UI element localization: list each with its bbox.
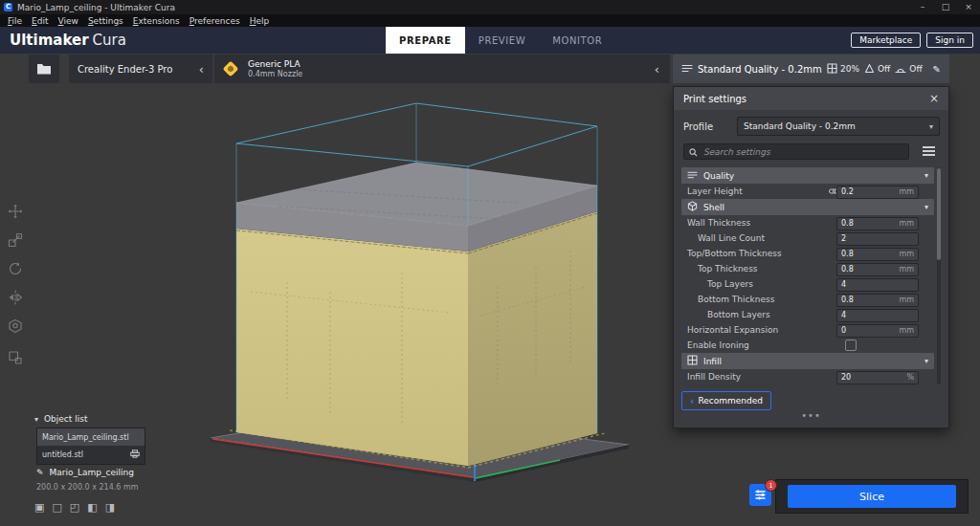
object-list-toggle[interactable]: ▾ Object list — [34, 414, 87, 424]
print-settings-panel: Print settings × Profile Standard Qualit… — [673, 86, 949, 428]
setting-value-field[interactable]: 0mm — [836, 324, 919, 338]
view-left-icon[interactable]: ◧ — [87, 501, 97, 514]
setting-value-field[interactable]: 0.8mm — [836, 263, 919, 276]
sliders-notification-button[interactable]: 1 — [749, 484, 771, 506]
view-top-icon[interactable]: ◰ — [70, 501, 79, 514]
adhesion-summary: Off — [909, 64, 922, 74]
setting-value-field[interactable]: 0.8mm — [836, 248, 919, 261]
window-title: Mario_Lamp_ceiling - Ultimaker Cura — [17, 3, 175, 12]
setting-row: Top Thickness 0.8mm — [681, 261, 934, 276]
folder-icon — [36, 60, 52, 78]
menu-extensions[interactable]: Extensions — [128, 16, 185, 26]
setting-row: Infill Density 20% — [681, 369, 934, 384]
quality-icon — [687, 170, 698, 182]
setting-row: Top/Bottom Thickness 0.8mm — [681, 246, 934, 261]
scale-tool-icon[interactable] — [5, 230, 26, 251]
mirror-tool-icon[interactable] — [5, 287, 26, 308]
infill-summary: 20% — [840, 64, 859, 74]
signin-button[interactable]: Sign in — [926, 33, 973, 48]
close-icon[interactable]: × — [929, 92, 939, 105]
chevron-left-icon: ‹ — [655, 63, 659, 76]
profile-summary: Standard Quality - 0.2mm — [698, 64, 822, 75]
object-list: Mario_Lamp_ceiling.stl untitled.stl — [36, 427, 145, 465]
minimize-icon[interactable]: – — [911, 0, 934, 14]
shell-icon — [687, 201, 698, 213]
setting-value-field[interactable]: 0.8mm — [836, 294, 919, 307]
view-right-icon[interactable]: ◨ — [105, 501, 115, 514]
setting-value-field[interactable]: 4 — [836, 309, 919, 322]
chevron-left-icon: ‹ — [690, 396, 694, 406]
resize-handle-dots[interactable]: ••• — [674, 410, 948, 421]
quality-layers-icon — [681, 63, 693, 76]
app-logo: UltimakerCura — [10, 32, 126, 49]
support-icon — [864, 63, 875, 76]
printer-selector[interactable]: Creality Ender-3 Pro ‹ — [69, 55, 212, 83]
setting-row: Enable Ironing — [681, 338, 934, 353]
setting-row: Top Layers 4 — [681, 276, 934, 292]
material-selector[interactable]: Generic PLA 0.4mm Nozzle ‹ — [214, 55, 670, 83]
move-tool-icon[interactable] — [5, 201, 26, 222]
chevron-left-icon: ‹ — [199, 63, 204, 76]
menu-preferences[interactable]: Preferences — [185, 16, 245, 26]
scrollbar-thumb[interactable] — [937, 168, 941, 260]
recommended-mode-button[interactable]: ‹ Recommended — [681, 391, 771, 410]
cura-window: C Mario_Lamp_ceiling - Ultimaker Cura – … — [0, 0, 980, 526]
menu-settings[interactable]: Settings — [83, 16, 128, 26]
setting-value-field[interactable]: 0.2 mm — [836, 186, 919, 199]
category-shell[interactable]: Shell ▾ — [681, 199, 934, 215]
infill-icon — [687, 355, 698, 367]
material-color-icon — [223, 61, 239, 77]
settings-menu-icon[interactable] — [923, 150, 935, 152]
menubar: File Edit View Settings Extensions Prefe… — [0, 14, 980, 27]
tab-prepare[interactable]: PREPARE — [386, 27, 465, 54]
view-3d-icon[interactable]: ▣ — [34, 501, 44, 514]
tab-monitor[interactable]: MONITOR — [539, 27, 615, 54]
printer-icon — [130, 449, 140, 460]
rotate-tool-icon[interactable] — [5, 258, 26, 279]
menu-edit[interactable]: Edit — [27, 16, 53, 26]
setting-row: Bottom Thickness 0.8mm — [681, 292, 934, 307]
search-input[interactable] — [702, 146, 903, 158]
edit-pencil-icon[interactable]: ✎ — [933, 64, 941, 75]
model-dimensions: 200.0 x 200.0 x 214.6 mm — [36, 483, 138, 492]
close-icon[interactable]: × — [957, 0, 980, 14]
list-item[interactable]: Mario_Lamp_ceiling.stl — [37, 428, 145, 446]
maximize-icon[interactable]: □ — [934, 0, 957, 14]
marketplace-button[interactable]: Marketplace — [851, 33, 921, 48]
menu-file[interactable]: File — [3, 16, 27, 26]
category-quality[interactable]: Quality ▾ — [681, 167, 934, 184]
adhesion-icon — [895, 63, 906, 76]
setting-value-field[interactable]: 2 — [836, 232, 919, 246]
setting-row: Wall Line Count 2 — [681, 230, 934, 246]
print-settings-summary[interactable]: Standard Quality - 0.2mm 20% Off Off ✎ — [673, 55, 949, 83]
per-model-settings-icon[interactable] — [5, 316, 26, 337]
cura-logo-icon: C — [4, 3, 12, 11]
material-name: Generic PLA — [248, 59, 302, 70]
chevron-down-icon: ▾ — [929, 122, 933, 131]
pencil-icon[interactable]: ✎ — [36, 468, 44, 477]
enable-ironing-checkbox[interactable] — [845, 340, 857, 351]
chevron-down-icon: ▾ — [924, 203, 928, 211]
list-item[interactable]: untitled.stl — [37, 446, 145, 463]
category-infill[interactable]: Infill ▾ — [681, 353, 934, 369]
stage-tabs: PREPARE PREVIEW MONITOR — [386, 27, 615, 54]
settings-list: Quality ▾ Layer Height 0.2 mm Shell — [681, 167, 934, 384]
support-summary: Off — [878, 64, 890, 74]
main-header: UltimakerCura PREPARE PREVIEW MONITOR Ma… — [0, 27, 980, 54]
setting-value-field[interactable]: 20% — [836, 371, 919, 384]
support-blocker-icon[interactable] — [5, 347, 26, 368]
view-front-icon[interactable]: □ — [52, 501, 61, 514]
model-mesh[interactable] — [236, 163, 597, 466]
settings-scrollbar[interactable] — [937, 167, 941, 384]
slice-button[interactable]: Slice — [788, 485, 956, 508]
open-file-button[interactable] — [29, 55, 59, 83]
notification-badge: 1 — [765, 479, 777, 492]
menu-help[interactable]: Help — [245, 16, 275, 26]
setting-value-field[interactable]: 0.8mm — [836, 217, 919, 230]
tab-preview[interactable]: PREVIEW — [465, 27, 540, 54]
setting-row: Layer Height 0.2 mm — [681, 184, 934, 199]
setting-value-field[interactable]: 4 — [836, 278, 919, 292]
search-box — [683, 143, 909, 160]
profile-dropdown[interactable]: Standard Quality - 0.2mm ▾ — [737, 117, 940, 136]
menu-view[interactable]: View — [54, 16, 83, 26]
